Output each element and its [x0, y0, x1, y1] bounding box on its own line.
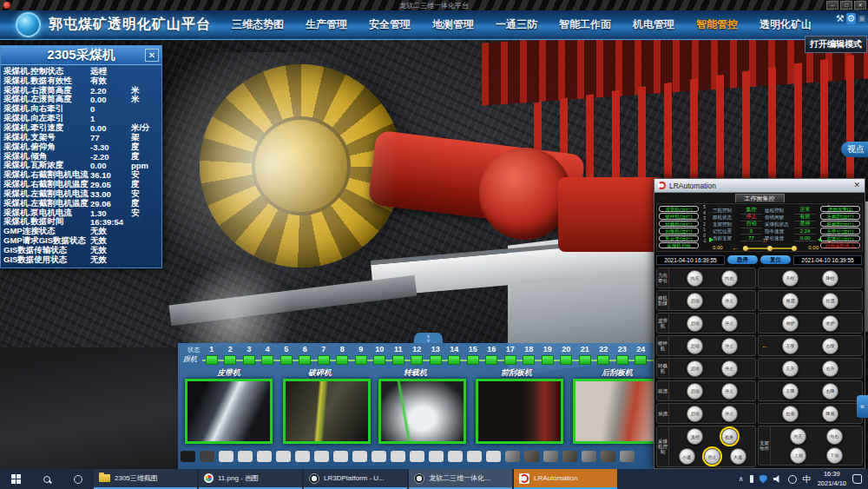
round-control-button[interactable]: 升柱 [782, 270, 799, 287]
round-control-button[interactable]: 停止 [721, 383, 738, 400]
filmstrip-cell[interactable] [620, 451, 635, 462]
support-status-block[interactable] [261, 355, 273, 365]
map-mode-icon[interactable]: ▣ [858, 13, 865, 24]
camera-thumbnail-3[interactable] [378, 379, 466, 444]
device-button[interactable]: 刮板机(运行) [659, 228, 699, 234]
panel-close-icon[interactable]: ✕ [145, 49, 159, 62]
round-control-button[interactable]: 停止 [721, 293, 738, 309]
nav-item-9[interactable]: 透明化矿山 [760, 17, 812, 32]
filmstrip-cell[interactable] [181, 451, 195, 462]
round-control-button[interactable]: 降柱 [822, 270, 838, 287]
slider-dot[interactable] [767, 246, 773, 251]
filmstrip-cell[interactable] [219, 451, 233, 462]
support-status-block[interactable] [355, 355, 367, 365]
filmstrip-cell[interactable] [314, 451, 329, 462]
support-status-block[interactable] [485, 355, 497, 365]
usb-icon[interactable] [750, 475, 753, 483]
nav-item-3[interactable]: 安全管理 [369, 17, 411, 32]
support-status-block[interactable] [392, 355, 404, 365]
round-control-button[interactable]: 遥控 [687, 428, 703, 445]
support-status-block[interactable] [523, 355, 535, 365]
round-control-button[interactable]: 下动 [826, 447, 843, 464]
round-control-button[interactable]: 右降 [822, 383, 838, 400]
round-control-button[interactable]: 左降 [782, 383, 799, 400]
round-control-button[interactable]: 左喷 [782, 338, 799, 354]
clock[interactable]: 16:39 2021/4/10 [818, 470, 846, 487]
device-button[interactable]: 语音报警(1) [820, 206, 860, 212]
slider-track[interactable] [746, 248, 794, 249]
filmstrip-cell[interactable] [505, 451, 520, 462]
cortana-button[interactable] [62, 469, 94, 489]
strip-collapse-chevron[interactable]: ∨ ∨ [414, 333, 443, 343]
round-control-button[interactable]: 启动 [687, 315, 703, 332]
device-button[interactable]: 乳化泵(运行) [659, 235, 699, 241]
filmstrip-cell[interactable] [467, 451, 482, 462]
nav-item-4[interactable]: 地测管理 [432, 17, 474, 32]
estop-button[interactable]: 急停 [727, 255, 758, 264]
round-control-button[interactable]: 左升 [782, 360, 799, 377]
security-shield-icon[interactable] [760, 475, 767, 484]
round-control-button[interactable]: 向左 [790, 428, 806, 445]
support-status-block[interactable] [542, 355, 554, 365]
round-control-button[interactable]: 停止 [704, 448, 720, 465]
taskbar-app-5[interactable]: LRAutomation [514, 469, 617, 489]
filmstrip-cell[interactable] [486, 451, 501, 462]
reset-button[interactable]: 复位 [760, 255, 791, 264]
round-control-button[interactable]: 小速 [679, 448, 695, 465]
support-status-block[interactable] [373, 355, 385, 365]
open-edit-mode-button[interactable]: 打开编辑模式 [805, 36, 867, 53]
slider-dot[interactable] [792, 246, 797, 251]
round-control-button[interactable]: 停止 [721, 406, 738, 422]
workface-control-tab[interactable]: 工作面集控 [735, 194, 785, 202]
nav-item-1[interactable]: 三维态势图 [232, 17, 284, 32]
round-control-button[interactable]: 向右 [721, 270, 738, 287]
tools-icon[interactable]: ⚒ [836, 13, 845, 24]
nav-item-8[interactable]: 智能管控 [696, 17, 738, 32]
ime-indicator[interactable]: 中 [803, 473, 812, 486]
support-status-block[interactable] [318, 355, 330, 365]
round-control-button[interactable]: 降底 [822, 406, 838, 422]
support-status-block[interactable] [243, 355, 255, 365]
nav-item-5[interactable]: 一通三防 [496, 17, 537, 32]
support-status-block[interactable] [616, 355, 628, 365]
round-control-button[interactable]: 收护 [822, 315, 838, 332]
round-control-button[interactable]: 启动 [687, 338, 703, 354]
support-status-block[interactable] [504, 355, 516, 365]
nav-item-2[interactable]: 生产管理 [306, 17, 347, 32]
filmstrip-cell[interactable] [562, 451, 577, 462]
minimize-button[interactable]: ─ [826, 1, 838, 10]
support-status-block[interactable] [411, 355, 423, 365]
nav-item-6[interactable]: 智能工作面 [559, 17, 611, 32]
round-control-button[interactable]: 启动 [687, 360, 703, 377]
support-status-block[interactable] [579, 355, 591, 365]
support-status-block[interactable] [430, 355, 442, 365]
device-button[interactable]: 采煤机启动 [659, 242, 699, 248]
filmstrip-cell[interactable] [582, 451, 596, 462]
filmstrip-cell[interactable] [429, 451, 444, 462]
traction-slider[interactable]: 0.00 ← 77 0.00 [713, 242, 819, 252]
round-control-button[interactable]: 推溜 [782, 293, 799, 309]
taskbar-search-button[interactable] [31, 469, 62, 489]
speaker-icon[interactable] [773, 475, 782, 483]
support-status-block[interactable] [280, 355, 293, 365]
round-control-button[interactable]: 启动 [687, 383, 703, 400]
support-status-block[interactable] [224, 355, 236, 365]
filmstrip-cell[interactable] [448, 451, 463, 462]
settings-gear-icon[interactable]: ⚙ [846, 13, 857, 24]
round-control-button[interactable]: 向右 [826, 428, 843, 445]
taskbar-app-1[interactable]: 2305三维截图 [94, 469, 197, 489]
round-control-button[interactable]: 拉溜 [822, 293, 838, 309]
round-control-button[interactable]: 大速 [730, 448, 746, 465]
support-status-block[interactable] [448, 355, 460, 365]
device-button[interactable]: 右牵引(运行) [820, 235, 860, 241]
support-status-block[interactable] [336, 355, 348, 365]
camera-thumbnail-5[interactable] [573, 379, 655, 444]
device-button[interactable]: 转载机(运行) [659, 221, 699, 227]
filmstrip-cell[interactable] [543, 451, 558, 462]
support-status-block[interactable] [560, 355, 572, 365]
filmstrip-cell[interactable] [352, 451, 367, 462]
device-button[interactable]: 左截割(运行) [820, 213, 860, 219]
taskbar-app-3[interactable]: LR3DPlatform - U... [304, 469, 407, 489]
hidden-icons-caret[interactable]: ∧ [739, 475, 744, 483]
filmstrip-cell[interactable] [410, 451, 424, 462]
